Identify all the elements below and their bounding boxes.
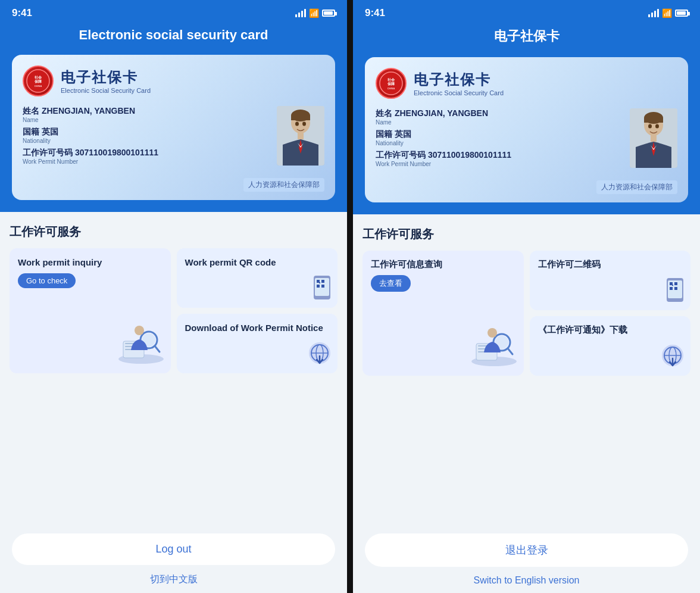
svg-line-19: [155, 346, 160, 352]
qr-illustration-left: [302, 273, 335, 305]
svg-text:保障: 保障: [387, 82, 395, 86]
nationality-row-left: 国籍 英国 Nationality: [23, 127, 277, 144]
svg-rect-26: [321, 285, 324, 288]
wifi-icon-right: 📶: [662, 8, 672, 18]
name-row-left: 姓名 ZHENGJIAN, YANGBEN Name: [23, 106, 277, 123]
logout-button-right[interactable]: 退出登录: [365, 533, 688, 567]
card-photo-left: [277, 106, 324, 166]
card-header-left: 社会 保障 CHINA 电子社保卡 Electronic Social Secu…: [23, 65, 324, 96]
card-fields-right: 姓名 ZHENGJIAN, YANGBEN Name 国籍 英国 Nationa…: [376, 108, 630, 171]
status-icons-left: 📶: [295, 8, 335, 18]
card-info-left: 姓名 ZHENGJIAN, YANGBEN Name 国籍 英国 Nationa…: [23, 106, 324, 168]
service-qr-title-left: Work permit QR code: [185, 257, 330, 269]
permit-value-right: 工作许可号码 307110019800101111: [376, 150, 630, 161]
nationality-row-right: 国籍 英国 Nationality: [376, 129, 630, 146]
permit-sublabel-left: Work Permit Number: [23, 158, 277, 165]
name-label-left: 姓名 ZHENGJIAN, YANGBEN: [23, 106, 277, 117]
services-grid-left: Work permit inquiry Go to check: [10, 248, 338, 373]
card-title-zh-right: 电子社保卡: [414, 70, 504, 89]
left-panel: 9:41 📶 Electronic social security card: [0, 0, 347, 593]
svg-point-44: [655, 124, 659, 129]
service-card-download-right[interactable]: 《工作许可通知》下载: [530, 316, 691, 376]
card-header-right: 社会 保障 CHINA 电子社保卡 Electronic Social Secu…: [376, 68, 677, 99]
inquiry-illustration-left: [114, 317, 168, 367]
service-card-qr-right[interactable]: 工作许可二维码: [530, 251, 691, 310]
svg-rect-59: [674, 287, 677, 290]
services-grid-right: 工作许可信息查询 去查看: [362, 251, 690, 376]
service-card-inquiry-left[interactable]: Work permit inquiry Go to check: [10, 248, 171, 373]
svg-rect-25: [317, 285, 320, 288]
svg-point-20: [135, 326, 144, 335]
social-security-card-left: 社会 保障 CHINA 电子社保卡 Electronic Social Secu…: [12, 55, 335, 200]
signal-icon-right: [648, 9, 659, 17]
permit-sublabel-right: Work Permit Number: [376, 161, 630, 167]
switch-lang-left[interactable]: 切到中文版: [12, 573, 335, 586]
status-time-left: 9:41: [12, 7, 32, 19]
bottom-section-left: Log out 切到中文版: [0, 524, 347, 593]
download-illustration-left: [302, 338, 335, 370]
card-title-en-left: Electronic Social Security Card: [61, 87, 151, 94]
card-ministry-right: 人力资源和社会保障部: [596, 180, 677, 194]
switch-lang-right[interactable]: Switch to English version: [365, 575, 688, 586]
service-card-qr-left[interactable]: Work permit QR code: [177, 248, 338, 308]
svg-rect-41: [651, 135, 657, 142]
card-photo-right: [630, 108, 677, 168]
card-fields-left: 姓名 ZHENGJIAN, YANGBEN Name 国籍 英国 Nationa…: [23, 106, 277, 168]
card-info-right: 姓名 ZHENGJIAN, YANGBEN Name 国籍 英国 Nationa…: [376, 108, 677, 171]
service-inquiry-title-left: Work permit inquiry: [18, 257, 162, 269]
permit-value-left: 工作许可号码 307110019800101111: [23, 148, 277, 158]
svg-text:社会: 社会: [34, 75, 42, 79]
svg-point-53: [488, 328, 497, 338]
battery-icon-right: [675, 10, 688, 17]
services-section-left: 工作许可服务 Work permit inquiry Go to check: [0, 212, 347, 524]
panel-divider: [347, 0, 353, 593]
nationality-sublabel-right: Nationality: [376, 140, 630, 146]
nationality-sublabel-left: Nationality: [23, 138, 277, 144]
download-illustration-right: [655, 341, 688, 373]
page-title-right: 电子社保卡: [494, 29, 560, 43]
svg-point-43: [648, 124, 652, 129]
header-left: Electronic social security card: [0, 23, 347, 55]
svg-line-52: [508, 348, 512, 354]
bottom-section-right: 退出登录 Switch to English version: [353, 524, 700, 593]
card-area-left: 社会 保障 CHINA 电子社保卡 Electronic Social Secu…: [0, 55, 347, 212]
card-title-block-left: 电子社保卡 Electronic Social Security Card: [61, 68, 151, 94]
service-download-title-left: Download of Work Permit Notice: [185, 322, 330, 334]
service-card-inquiry-right[interactable]: 工作许可信息查询 去查看: [362, 251, 524, 376]
svg-text:CHINA: CHINA: [388, 87, 395, 90]
status-icons-right: 📶: [648, 8, 688, 18]
svg-rect-7: [291, 116, 310, 120]
battery-icon-left: [322, 10, 335, 17]
permit-row-left: 工作许可号码 307110019800101111 Work Permit Nu…: [23, 148, 277, 165]
inquiry-illustration-right: [467, 320, 521, 370]
status-bar-left: 9:41 📶: [0, 0, 347, 23]
page-title-left: Electronic social security card: [79, 27, 268, 42]
service-qr-title-right: 工作许可二维码: [538, 259, 683, 270]
svg-rect-24: [321, 280, 324, 283]
service-card-download-left[interactable]: Download of Work Permit Notice: [177, 314, 338, 373]
svg-rect-57: [674, 282, 677, 285]
card-title-en-right: Electronic Social Security Card: [414, 89, 504, 96]
permit-row-right: 工作许可号码 307110019800101111 Work Permit Nu…: [376, 150, 630, 167]
svg-text:CHINA: CHINA: [35, 85, 42, 88]
svg-rect-40: [644, 118, 663, 123]
nationality-label-left: 国籍 英国: [23, 127, 277, 138]
go-check-button-right[interactable]: 去查看: [371, 275, 411, 292]
status-bar-right: 9:41 📶: [353, 0, 700, 23]
svg-rect-27: [319, 282, 320, 283]
card-area-right: 社会 保障 CHINA 电子社保卡 Electronic Social Secu…: [353, 57, 700, 214]
name-sublabel-right: Name: [376, 119, 630, 126]
logout-button-left[interactable]: Log out: [12, 533, 335, 565]
go-check-button-left[interactable]: Go to check: [18, 273, 76, 288]
name-row-right: 姓名 ZHENGJIAN, YANGBEN Name: [376, 108, 630, 126]
card-title-zh-left: 电子社保卡: [61, 68, 151, 87]
svg-rect-60: [672, 285, 673, 286]
name-sublabel-left: Name: [23, 117, 277, 123]
card-ministry-left: 人力资源和社会保障部: [243, 178, 324, 192]
card-title-block-right: 电子社保卡 Electronic Social Security Card: [414, 70, 504, 96]
svg-text:保障: 保障: [34, 79, 42, 83]
wifi-icon-left: 📶: [309, 8, 319, 18]
card-logo-right: 社会 保障 CHINA: [376, 68, 407, 99]
name-label-right: 姓名 ZHENGJIAN, YANGBEN: [376, 108, 630, 119]
svg-rect-8: [298, 132, 304, 139]
